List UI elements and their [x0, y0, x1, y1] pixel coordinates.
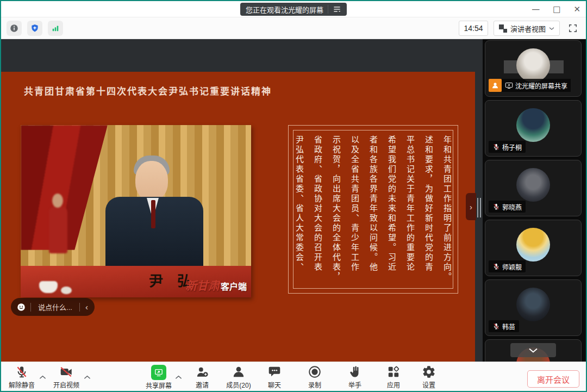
main-area: 共青团甘肃省第十四次代表大会尹弘书记重要讲话精神 尹弘 — [1, 39, 586, 362]
speaker-photo: 尹弘 新甘肃 客户端 — [21, 125, 251, 297]
shared-screen-stage: 共青团甘肃省第十四次代表大会尹弘书记重要讲话精神 尹弘 — [1, 39, 483, 362]
mic-muted-icon — [492, 263, 500, 270]
network-quality-button[interactable] — [48, 21, 63, 36]
meeting-window: 您正在观看沈光耀的屏幕 — □ ✕ — [0, 0, 587, 392]
text-column: 以及全省共青团员、青少年工作 — [351, 135, 359, 283]
chat-button[interactable]: 聊天 — [254, 365, 295, 389]
meeting-timer: 14:54 — [459, 21, 488, 36]
presentation-slide: 共青团甘肃省第十四次代表大会尹弘书记重要讲话精神 尹弘 — [1, 72, 475, 362]
speaker-view-icon — [499, 24, 507, 33]
list-menu-icon — [333, 5, 341, 14]
person-icon — [491, 81, 499, 90]
background-attendee — [49, 207, 67, 253]
slide-title: 共青团甘肃省第十四次代表大会尹弘书记重要讲话精神 — [24, 84, 272, 97]
mic-muted-icon — [492, 322, 500, 330]
info-icon — [9, 23, 19, 33]
text-column: 省政府、省政协对大会的召开表 — [314, 135, 322, 283]
participant-name: 郭晓燕 — [502, 202, 522, 211]
minimize-button[interactable]: — — [532, 5, 540, 14]
bottom-toolbar: 解除静音 开启视频 共享屏幕 — [1, 362, 586, 392]
top-toolbar-right: 14:54 演讲者视图 — [459, 21, 580, 36]
text-column: 年和共青团工作指明了前进方向。 — [443, 135, 451, 283]
watermark-red-text: 新甘肃 — [185, 277, 220, 293]
raise-hand-icon — [348, 365, 362, 379]
invite-button[interactable]: 邀请 — [182, 365, 223, 389]
participant-name: 沈光耀的屏幕共享 — [515, 81, 567, 90]
participant-tile[interactable]: 郭晓燕 — [485, 160, 582, 216]
share-screen-button[interactable]: 共享屏幕 — [138, 365, 179, 390]
security-button[interactable] — [27, 21, 42, 36]
splitter-grip[interactable] — [480, 198, 481, 217]
chevron-down-icon — [549, 27, 554, 30]
participant-tile[interactable]: 韩苗 — [485, 279, 582, 336]
participant-tile-partial[interactable] — [485, 339, 582, 362]
maximize-button[interactable]: □ — [553, 5, 560, 14]
unmute-button[interactable]: 解除静音 — [1, 365, 42, 389]
start-video-button[interactable]: 开启视频 — [46, 365, 87, 389]
vertical-text-columns: 尹弘代表省委、省人大常委会、 省政府、省政协对大会的召开表 示祝贺，向出席大会的… — [295, 135, 451, 283]
invite-label: 邀请 — [196, 380, 209, 389]
participant-tile-sharer[interactable]: 沈光耀的屏幕共享 — [485, 40, 582, 97]
pill-menu-button[interactable] — [328, 5, 341, 14]
shield-plus-icon — [30, 23, 40, 33]
window-controls: — □ ✕ — [532, 1, 580, 17]
participant-name: 韩苗 — [502, 322, 515, 331]
record-icon — [308, 365, 322, 379]
settings-button[interactable]: 设置 — [408, 365, 449, 389]
meeting-time: 14:54 — [464, 24, 483, 33]
text-column: 希望我们党的未来和希望。习近 — [388, 135, 396, 283]
invite-icon — [195, 365, 209, 379]
signal-bars-icon — [51, 23, 60, 33]
text-column: 尹弘代表省委、省人大常委会、 — [295, 135, 303, 283]
members-button[interactable]: 成员(20) — [218, 365, 259, 389]
chat-icon — [267, 365, 282, 379]
chat-label: 聊天 — [268, 380, 281, 389]
watermark: 新甘肃 客户端 — [185, 277, 247, 293]
share-screen-label: 共享屏幕 — [146, 381, 172, 390]
apps-icon — [386, 365, 401, 379]
mic-muted-icon — [492, 143, 500, 151]
titlebar: 您正在观看沈光耀的屏幕 — □ ✕ — [1, 1, 586, 17]
camera-off-icon — [59, 365, 73, 379]
fullscreen-button[interactable] — [565, 21, 580, 36]
top-toolbar: 14:54 演讲者视图 — [1, 17, 586, 39]
participant-tile[interactable]: 师颖靓 — [485, 220, 582, 276]
splitter-grip[interactable] — [477, 198, 478, 217]
view-mode-label: 演讲者视图 — [510, 23, 546, 34]
close-button[interactable]: ✕ — [573, 5, 580, 14]
top-toolbar-left — [7, 21, 63, 36]
unmute-label: 解除静音 — [9, 380, 35, 389]
record-label: 录制 — [308, 380, 321, 389]
avatar — [516, 108, 550, 142]
members-icon — [232, 365, 246, 379]
meeting-info-button[interactable] — [7, 21, 22, 36]
view-mode-button[interactable]: 演讲者视图 — [494, 21, 560, 36]
watching-screen-label: 您正在观看沈光耀的屏幕 — [246, 4, 323, 15]
mic-muted-icon — [15, 365, 29, 379]
teacup — [39, 281, 58, 293]
start-video-label: 开启视频 — [53, 380, 79, 389]
gear-icon — [422, 365, 436, 379]
mic-muted-icon — [492, 203, 500, 210]
raise-hand-label: 举手 — [348, 380, 361, 389]
watching-screen-pill: 您正在观看沈光耀的屏幕 — [240, 3, 347, 16]
members-label: 成员(20) — [226, 380, 251, 389]
avatar — [516, 48, 550, 82]
participants-sidebar: 沈光耀的屏幕共享 杨子桐 — [483, 39, 586, 362]
speaker-face — [135, 161, 168, 201]
video-options-caret[interactable] — [84, 372, 91, 382]
record-button[interactable]: 录制 — [294, 365, 335, 389]
watermark-white-text: 客户端 — [221, 279, 247, 293]
leave-meeting-button[interactable]: 离开会议 — [527, 370, 579, 388]
sidebar-expand-handle[interactable]: › — [466, 193, 476, 220]
avatar — [516, 288, 550, 321]
participant-name: 杨子桐 — [502, 142, 522, 152]
quick-chat-bar[interactable]: 说点什么... ‹ — [11, 298, 95, 316]
scroll-more-button[interactable] — [510, 343, 556, 357]
chat-collapse-button[interactable]: ‹ — [84, 302, 89, 312]
chat-input-placeholder[interactable]: 说点什么... — [35, 302, 75, 312]
raise-hand-button[interactable]: 举手 — [334, 365, 376, 389]
emoji-icon[interactable] — [16, 302, 26, 312]
fullscreen-icon — [567, 23, 578, 34]
participant-tile[interactable]: 杨子桐 — [485, 100, 582, 157]
